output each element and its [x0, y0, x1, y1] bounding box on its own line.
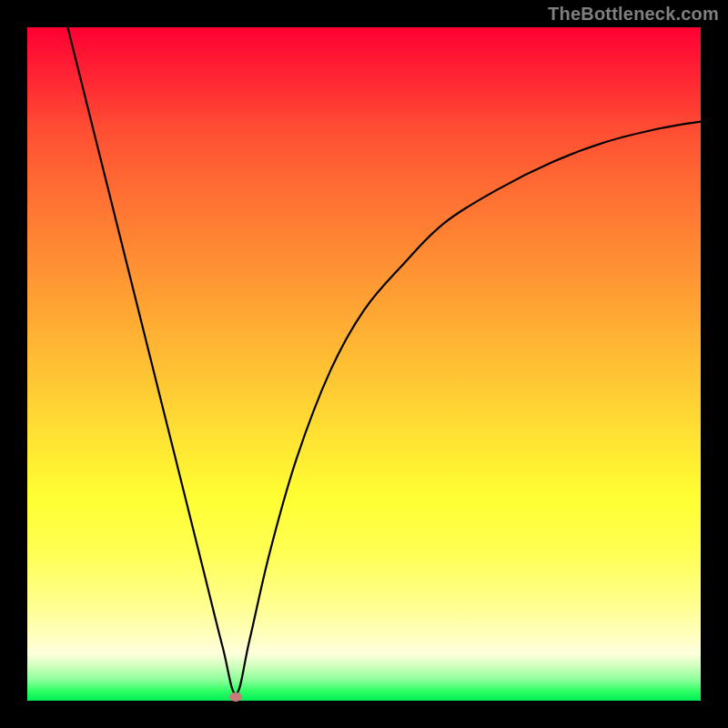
chart-frame: TheBottleneck.com	[0, 0, 728, 728]
bottleneck-curve	[27, 27, 701, 701]
minimum-marker-icon	[229, 693, 242, 702]
plot-area	[27, 27, 701, 701]
watermark-text: TheBottleneck.com	[548, 4, 719, 25]
